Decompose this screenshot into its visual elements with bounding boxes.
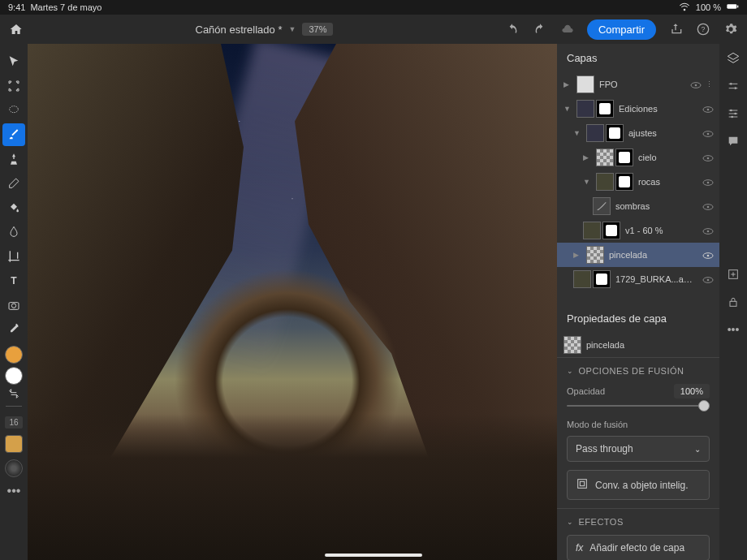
more-icon[interactable]: ••• [725,321,741,338]
svg-point-28 [730,83,732,85]
svg-point-23 [707,255,710,257]
layer-ediciones[interactable]: ▼ Ediciones [557,97,719,121]
fx-icon: fx [576,542,583,554]
opacity-label: Opacidad [567,386,605,396]
svg-point-4 [10,106,19,113]
visibility-icon[interactable] [702,152,713,163]
effects-header[interactable]: ⌄ EFECTOS [567,517,710,527]
comment-icon[interactable] [725,133,741,149]
undo-button[interactable] [504,21,520,37]
layers-panel: Capas ▶ FPO ⋮ ▼ Ediciones ▼ ajustes ▶ ci… [557,44,719,560]
brush-size-indicator[interactable]: 16 [5,416,23,429]
chevron-down-icon: ⌄ [567,518,574,526]
svg-point-7 [11,304,15,308]
move-tool[interactable] [2,50,25,73]
visibility-icon[interactable] [702,103,713,114]
status-date: Martes 7 de mayo [30,2,101,12]
brush-preview[interactable] [5,435,23,453]
layer-ajustes[interactable]: ▼ ajustes [557,121,719,145]
chevron-down-icon[interactable]: ▼ [288,25,296,33]
export-icon[interactable] [667,21,684,37]
layer-sombras[interactable]: sombras [557,194,719,218]
collapse-icon[interactable]: ▼ [583,178,591,186]
toolbar-separator [6,406,22,407]
svg-point-29 [734,87,736,89]
svg-text:T: T [11,275,17,286]
visibility-icon[interactable] [702,176,713,187]
more-tools-icon[interactable]: ••• [7,484,21,498]
smart-object-icon [576,477,589,493]
svg-point-9 [695,84,697,87]
adjustments-icon[interactable] [725,106,741,122]
smudge-tool[interactable] [2,221,25,243]
redo-button[interactable] [532,21,548,37]
layer-more-icon[interactable]: ⋮ [706,80,713,88]
lock-icon[interactable] [725,294,741,310]
wifi-icon [678,0,691,15]
visibility-icon[interactable] [702,127,713,139]
svg-rect-26 [578,480,587,489]
gear-icon[interactable] [723,21,739,37]
blend-options-header[interactable]: ⌄ OPCIONES DE FUSIÓN [567,366,710,376]
visibility-icon[interactable] [702,249,713,261]
crop-tool[interactable] [2,245,25,268]
camera-tool[interactable] [2,294,25,317]
clone-tool[interactable] [2,148,25,170]
collapse-icon[interactable]: ▼ [563,105,572,113]
svg-point-21 [707,230,710,233]
expand-icon[interactable]: ▶ [573,251,581,259]
layer-cielo[interactable]: ▶ cielo [557,145,719,170]
selected-layer-display: pincelada [557,333,719,357]
convert-smart-object-button[interactable]: Conv. a objeto intelig. [567,470,710,500]
fill-tool[interactable] [2,196,25,219]
right-toolbar: ••• [719,44,747,560]
svg-point-13 [707,133,710,136]
layer-rocas[interactable]: ▼ rocas [557,170,719,194]
status-time: 9:41 [8,2,25,12]
brush-texture[interactable] [5,459,23,477]
lasso-tool[interactable] [2,99,25,122]
expand-icon[interactable]: ▶ [563,80,572,88]
status-bar: 9:41 Martes 7 de mayo 100 % [0,0,747,15]
opacity-value[interactable]: 100% [674,384,710,398]
layer-pincelada[interactable]: ▶ pincelada [557,243,719,267]
foreground-color[interactable] [5,346,23,364]
cloud-icon[interactable] [559,21,576,37]
help-icon[interactable]: ? [695,21,711,37]
home-button[interactable] [8,21,24,37]
visibility-icon[interactable] [702,200,713,212]
opacity-slider[interactable] [567,405,710,407]
layer-v1[interactable]: v1 - 60 % [557,218,719,243]
brush-tool[interactable] [2,123,25,146]
svg-rect-34 [730,301,736,306]
swap-colors-icon[interactable] [2,386,25,401]
battery-icon [726,0,739,15]
visibility-icon[interactable] [702,274,713,285]
add-layer-icon[interactable] [725,266,741,282]
layer-fpo[interactable]: ▶ FPO ⋮ [557,72,719,97]
eyedropper-tool[interactable] [2,318,25,341]
expand-icon[interactable]: ▶ [583,153,591,162]
share-button[interactable]: Compartir [587,19,656,40]
zoom-level[interactable]: 37% [302,23,333,36]
properties-title: Propiedades de capa [557,304,719,333]
svg-point-25 [707,279,710,282]
visibility-icon[interactable] [689,79,701,90]
eraser-tool[interactable] [2,172,25,195]
canvas[interactable] [28,44,557,560]
layer-burka[interactable]: 1729_BURKA...anced-NR33 [557,267,719,291]
home-indicator[interactable] [325,554,422,557]
svg-point-19 [707,206,710,209]
layers-icon[interactable] [725,50,741,67]
svg-point-32 [731,116,733,118]
blend-mode-dropdown[interactable]: Pass through ⌄ [567,436,710,462]
transform-tool[interactable] [2,75,25,97]
add-effect-button[interactable]: fx Añadir efecto de capa [567,535,710,560]
layers-panel-title: Capas [557,44,719,72]
collapse-icon[interactable]: ▼ [573,129,581,137]
visibility-icon[interactable] [702,225,713,236]
text-tool[interactable]: T [2,269,25,292]
document-title: Cañón estrellado * [196,24,283,36]
properties-icon[interactable] [725,78,741,94]
background-color[interactable] [5,367,23,385]
